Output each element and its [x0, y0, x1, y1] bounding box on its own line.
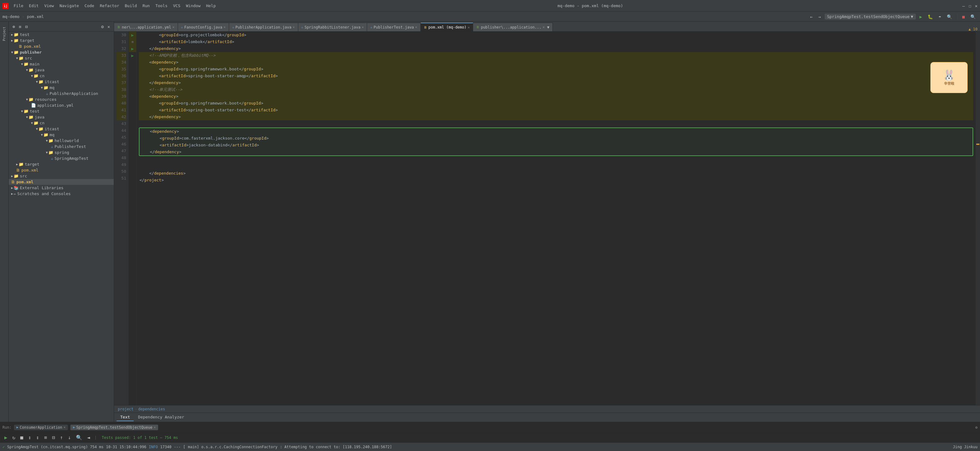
tab-pom-xml[interactable]: 🗎 pom.xml (mq-demo) ✕ — [421, 22, 473, 31]
bottom-tab-dep-analyzer[interactable]: Dependency Analyzer — [134, 413, 188, 421]
tree-item-appyml[interactable]: 📄 application.yml — [9, 102, 114, 108]
sidebar-tab-project[interactable]: Project — [1, 24, 8, 43]
tree-item-java2[interactable]: ▼ 📁 java — [9, 114, 114, 120]
rc-sort2-btn[interactable]: ↕ — [34, 434, 41, 441]
project-selector[interactable]: mq-demo › pom.xml — [3, 14, 44, 19]
rc-down-btn[interactable]: ↓ — [66, 434, 73, 441]
rc-stop-btn[interactable]: ■ — [18, 434, 25, 441]
rc-rerun-btn[interactable]: ↻ — [11, 434, 18, 441]
menu-window[interactable]: Window — [183, 2, 203, 9]
menu-navigate[interactable]: Navigate — [57, 2, 81, 9]
tree-item-test2[interactable]: ▼ 📁 test — [9, 108, 114, 114]
menu-file[interactable]: File — [11, 2, 26, 9]
run-item-springamqp[interactable]: ▶ SpringAmqpTest.testSendObjectQueue ✕ — [70, 425, 158, 430]
tab-spring-rabbit[interactable]: ☕ SpringRabbitListener.java ✕ — [298, 22, 368, 31]
tree-item-spring[interactable]: ▼ 📁 spring — [9, 150, 114, 155]
tab-close-icon[interactable]: ✕ — [542, 25, 545, 29]
rc-up-btn[interactable]: ↑ — [58, 434, 65, 441]
yaml-icon: 🗎 — [117, 25, 121, 29]
search-everywhere-btn[interactable]: 🔍 — [945, 13, 954, 21]
sticker-text: 辛苦啦 — [944, 81, 954, 86]
back-btn[interactable]: ← — [808, 13, 815, 21]
bc-dependencies[interactable]: dependencies — [138, 407, 165, 411]
run-btn[interactable]: ▶ — [918, 13, 924, 21]
maximize-btn[interactable]: ☐ — [969, 3, 971, 8]
menu-refactor[interactable]: Refactor — [97, 2, 122, 9]
menu-build[interactable]: Build — [123, 2, 140, 9]
code-line-39: <dependency> — [139, 93, 973, 100]
tree-item-java1[interactable]: ▼ 📁 java — [9, 67, 114, 73]
tree-item-mq1[interactable]: ▼ 📁 mq — [9, 84, 114, 91]
tree-item-pom1[interactable]: 🗎 pom.xml — [9, 43, 114, 49]
settings-gear-icon[interactable]: ⚙ — [975, 425, 977, 430]
tab-fanout-config[interactable]: ☕ FanoutConfig.java ✕ — [178, 22, 229, 31]
tree-btn-1[interactable]: ⊕ — [11, 24, 16, 30]
tree-item-test[interactable]: ▶ 📁 test — [9, 32, 114, 38]
tab-close-icon[interactable]: ✕ — [468, 25, 470, 29]
menu-tools[interactable]: Tools — [153, 2, 170, 9]
menu-code[interactable]: Code — [82, 2, 97, 9]
tree-item-springamqp[interactable]: ☕ SpringAmqpTest — [9, 155, 114, 161]
tree-btn-2[interactable]: ≡ — [18, 24, 22, 30]
tree-item-target1[interactable]: ▶ 📁 target — [9, 38, 114, 43]
run-config-selector[interactable]: SpringAmqpTest.testSendObjectQueue ▼ — [825, 14, 916, 19]
tree-item-resources[interactable]: ▼ 📁 resources — [9, 96, 114, 102]
rc-filter-btn[interactable]: ≡ — [42, 434, 49, 441]
menu-view[interactable]: View — [42, 2, 56, 9]
tree-item-itcast2[interactable]: ▼ 📁 itcast — [9, 126, 114, 132]
debug-btn[interactable]: 🐛 — [926, 13, 935, 21]
bottom-tab-text[interactable]: Text — [116, 413, 134, 421]
tab-close-icon[interactable]: ✕ — [224, 25, 226, 29]
run-settings-btn[interactable]: ⚙ — [975, 425, 977, 430]
menu-help[interactable]: Help — [204, 2, 218, 9]
code-editor[interactable]: <groupId>org.projectlombok</groupId> <ar… — [137, 32, 976, 405]
tree-item-src2[interactable]: ▶ 📁 src — [9, 173, 114, 179]
tree-item-itcast1[interactable]: ▼ 📁 itcast — [9, 79, 114, 84]
tab-publisher-app[interactable]: ☕ PublisherApplication.java ✕ — [229, 22, 298, 31]
tab-close-icon[interactable]: ✕ — [415, 25, 417, 29]
bc-project[interactable]: project — [118, 407, 134, 411]
tree-item-publisher[interactable]: ▼ 📁 publisher — [9, 49, 114, 55]
tree-item-cn2[interactable]: ▼ 📁 cn — [9, 120, 114, 126]
forward-btn[interactable]: → — [816, 13, 822, 21]
menu-run[interactable]: Run — [140, 2, 152, 9]
menu-edit[interactable]: Edit — [26, 2, 41, 9]
tree-item-src[interactable]: ▼ 📁 src — [9, 55, 114, 61]
consumer-close-icon[interactable]: ✕ — [64, 425, 66, 429]
coverage-btn[interactable]: ☂ — [937, 13, 943, 21]
code-line-48 — [139, 156, 973, 163]
tree-item-main[interactable]: ▼ 📁 main — [9, 61, 114, 67]
tree-gear-icon[interactable]: ⚙ — [100, 24, 105, 30]
tree-item-publisher-app[interactable]: ☕ PublisherApplication — [9, 91, 114, 96]
tree-item-cn1[interactable]: ▼ 📁 cn — [9, 73, 114, 79]
stop-btn[interactable]: ■ — [961, 13, 967, 21]
rc-search-btn[interactable]: 🔍 — [74, 434, 84, 441]
tree-item-mq2[interactable]: ▼ 📁 mq — [9, 132, 114, 138]
search-btn[interactable]: 🔍 — [969, 13, 977, 21]
menu-bar: File Edit View Navigate Code Refactor Bu… — [11, 2, 218, 9]
tab-publisher-appyml[interactable]: 🗎 publisher\...application... ✕ ▼ — [473, 22, 553, 31]
tree-item-pom-selected[interactable]: 🗎 pom.xml — [9, 179, 114, 185]
close-btn[interactable]: ✕ — [975, 3, 977, 8]
tree-item-helloworld[interactable]: ▼ 📁 helloworld — [9, 138, 114, 143]
minimize-btn[interactable]: — — [963, 3, 965, 8]
tree-item-pom2[interactable]: 🗎 pom.xml — [9, 167, 114, 173]
rc-filter2-btn[interactable]: ⊟ — [50, 434, 57, 441]
rc-prev-btn[interactable]: ◄ — [85, 434, 92, 441]
tree-close-btn[interactable]: ✕ — [107, 24, 111, 30]
run-item-consumer[interactable]: ▶ ConsumerApplication ✕ — [14, 425, 68, 430]
rc-run-btn[interactable]: ▶ — [3, 434, 9, 441]
menu-vcs[interactable]: VCS — [170, 2, 183, 9]
tree-btn-3[interactable]: ⊟ — [24, 24, 29, 30]
tree-item-scratches[interactable]: ▶ ✏ Scratches and Consoles — [9, 191, 114, 197]
tab-close-icon[interactable]: ✕ — [362, 25, 364, 29]
tree-item-publisher-test[interactable]: ☕ PublisherTest — [9, 143, 114, 150]
tab-application-yml[interactable]: 🗎 ner\...application.yml ✕ — [114, 22, 178, 31]
tab-close-icon[interactable]: ✕ — [293, 25, 295, 29]
tab-close-icon[interactable]: ✕ — [172, 25, 175, 29]
tab-publisher-test[interactable]: ☕ PublisherTest.java ✕ — [367, 22, 420, 31]
springamqp-close-icon[interactable]: ✕ — [154, 425, 156, 429]
tree-item-target2[interactable]: ▶ 📁 target — [9, 161, 114, 167]
tree-item-external-libs[interactable]: ▶ 📚 External Libraries — [9, 185, 114, 191]
rc-sort-btn[interactable]: ↕ — [26, 434, 33, 441]
